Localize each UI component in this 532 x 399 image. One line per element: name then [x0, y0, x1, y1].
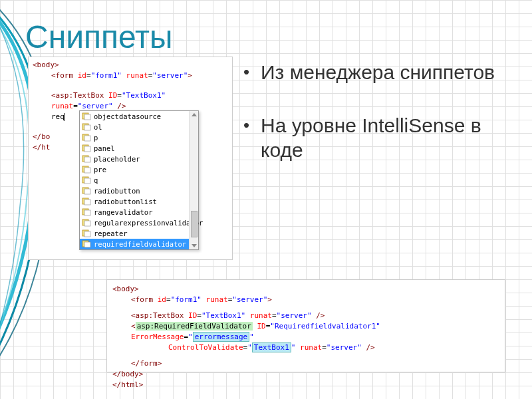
highlighted-control: TextBox1 [252, 342, 291, 352]
snippet-icon [82, 176, 91, 184]
autocomplete-item-label: radiobuttonlist [94, 198, 157, 205]
highlighted-errormessage: errormessage [193, 332, 249, 342]
bullet-item: Из менеджера сниппетов [243, 60, 512, 85]
autocomplete-item[interactable]: ol [80, 122, 198, 132]
truncated-html-close: </ht [33, 143, 51, 152]
autocomplete-item[interactable]: p [80, 132, 198, 143]
svg-rect-11 [84, 168, 90, 173]
autocomplete-item-label: ol [94, 123, 102, 131]
autocomplete-item-label: pre [94, 166, 106, 174]
autocomplete-item-label: placeholder [94, 155, 140, 163]
typed-text: req [51, 112, 65, 121]
autocomplete-item[interactable]: rangevalidator [80, 207, 198, 217]
snippet-icon [82, 155, 91, 163]
svg-rect-23 [84, 231, 90, 237]
intellisense-screenshot: <body> <form id="form1" runat="server"> … [28, 57, 233, 260]
autocomplete-item[interactable]: q [80, 175, 198, 186]
snippet-icon [82, 229, 91, 237]
snippet-icon [82, 166, 91, 174]
autocomplete-item-label: q [94, 176, 98, 184]
scrollbar[interactable] [189, 111, 198, 249]
snippet-icon [82, 134, 91, 142]
snippet-icon [82, 198, 91, 205]
slide-title: Сниппеты [25, 19, 173, 55]
autocomplete-item-label: panel [94, 144, 115, 152]
autocomplete-item[interactable]: repeater [80, 228, 198, 239]
autocomplete-item-label: objectdatasource [94, 112, 161, 120]
autocomplete-item-label: regularexpressionvalidator [94, 219, 203, 227]
snippet-icon [82, 187, 91, 195]
autocomplete-item[interactable]: radiobutton [80, 186, 198, 196]
svg-rect-17 [84, 200, 90, 205]
svg-rect-7 [84, 146, 90, 152]
svg-rect-1 [84, 114, 90, 120]
autocomplete-item[interactable]: panel [80, 143, 198, 154]
snippet-icon [82, 112, 91, 120]
autocomplete-item[interactable]: placeholder [80, 154, 198, 164]
autocomplete-item-label: radiobutton [94, 187, 140, 195]
highlighted-tag: asp:RequiredFieldValidator [136, 322, 253, 331]
autocomplete-popup[interactable]: objectdatasourceolppanelplaceholderpreqr… [79, 110, 199, 250]
text-cursor [65, 113, 65, 121]
svg-rect-13 [84, 178, 90, 184]
code-result-screenshot: <body> <form id="form1" runat="server"> … [106, 279, 505, 372]
autocomplete-item-label: p [94, 134, 98, 142]
truncated-body-close: </bo [33, 132, 51, 141]
snippet-icon [82, 240, 91, 248]
svg-rect-25 [84, 242, 90, 247]
autocomplete-item[interactable]: requiredfieldvalidator [80, 239, 198, 249]
snippet-icon [82, 123, 91, 131]
scrollbar-thumb[interactable] [191, 211, 198, 237]
autocomplete-item[interactable]: regularexpressionvalidator [80, 217, 198, 228]
autocomplete-item[interactable]: pre [80, 164, 198, 175]
autocomplete-item-label: requiredfieldvalidator [94, 240, 186, 248]
svg-rect-9 [84, 157, 90, 162]
svg-rect-15 [84, 189, 90, 194]
bullet-item: На уровне IntelliSense в коде [243, 113, 512, 163]
snippet-icon [82, 208, 91, 216]
snippet-icon [82, 144, 91, 152]
svg-rect-3 [84, 125, 90, 130]
snippet-icon [82, 219, 91, 227]
autocomplete-item[interactable]: objectdatasource [80, 111, 198, 122]
svg-rect-19 [84, 210, 90, 215]
autocomplete-item[interactable]: radiobuttonlist [80, 196, 198, 207]
autocomplete-item-label: rangevalidator [94, 208, 153, 216]
bullet-list: Из менеджера сниппетов На уровне Intelli… [243, 60, 512, 191]
svg-rect-21 [84, 221, 90, 226]
autocomplete-item-label: repeater [94, 229, 128, 237]
svg-rect-5 [84, 136, 90, 141]
